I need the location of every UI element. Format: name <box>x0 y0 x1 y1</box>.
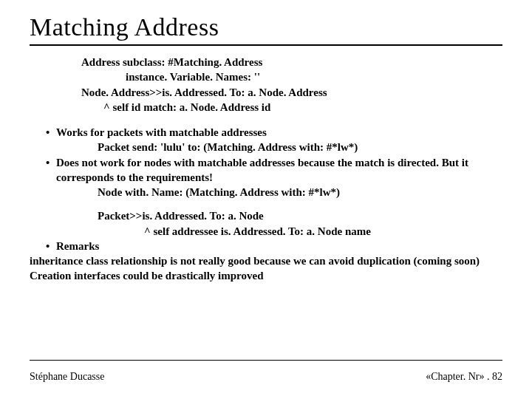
bullet-3: • Remarks <box>46 239 502 253</box>
bullet-dot: • <box>46 125 56 140</box>
code-line: ^ self id match: a. Node. Address id <box>81 100 502 115</box>
code-line: Node. Address>>is. Addressed. To: a. Nod… <box>81 86 327 98</box>
title-rule <box>30 44 502 46</box>
footer: Stéphane Ducasse «Chapter. Nr» . 82 <box>30 371 502 383</box>
bullet-sub: Packet send: 'lulu' to: (Matching. Addre… <box>98 140 502 154</box>
bullet-text: Does not work for nodes with matchable a… <box>56 155 502 185</box>
footer-page: «Chapter. Nr» . 82 <box>426 371 502 383</box>
code-line: ^ self addressee is. Addressed. To: a. N… <box>144 224 502 239</box>
code-block-1: Address subclass: #Matching. Address ins… <box>81 55 502 115</box>
bullet-sub: Node with. Name: (Matching. Address with… <box>98 185 502 200</box>
code-line: Address subclass: #Matching. Address <box>81 56 262 68</box>
footer-author: Stéphane Ducasse <box>30 371 104 383</box>
paragraph: inheritance class relationship is not re… <box>30 253 502 268</box>
bullet-1: • Works for packets with matchable addre… <box>46 125 502 140</box>
bullet-2: • Does not work for nodes with matchable… <box>46 155 502 185</box>
footer-rule <box>30 360 502 361</box>
code-line: Packet>>is. Addressed. To: a. Node <box>98 208 502 223</box>
slide-title: Matching Address <box>30 13 502 41</box>
bullet-dot: • <box>46 155 56 185</box>
bullet-text: Works for packets with matchable address… <box>56 125 267 140</box>
slide: Matching Address Address subclass: #Matc… <box>0 0 532 399</box>
body-text: • Works for packets with matchable addre… <box>30 125 502 284</box>
paragraph: Creation interfaces could be drastically… <box>30 268 502 283</box>
bullet-dot: • <box>46 239 56 253</box>
bullet-text: Remarks <box>56 239 99 253</box>
code-line: instance. Variable. Names: '' <box>81 69 502 84</box>
